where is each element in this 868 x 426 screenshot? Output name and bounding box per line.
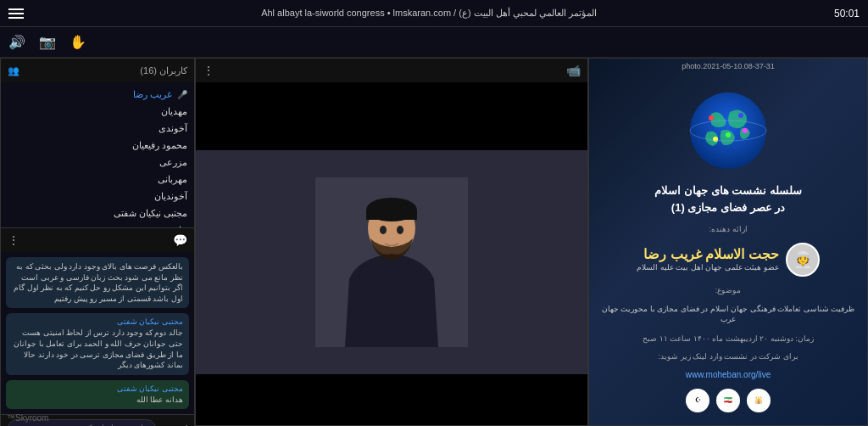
user-name: محمود رفیعیان [132,140,187,151]
mic-icon: 🎤 [177,90,187,99]
user-item[interactable]: مهربانی [1,171,194,188]
user-item[interactable]: آخوندی [1,120,194,137]
date-label: زمان: دوشنبه ۲۰ اردیبهشت ماه ۱۴۰۰ ساعت ۱… [643,334,814,343]
logos-row: 🕌 🇮🇷 ☪ [686,389,771,412]
topic-label-header: موضوع: [715,286,742,294]
logo-3: ☪ [686,389,709,412]
user-name: حاج حسنت. [142,225,187,228]
skyroom-label: Skyroom™ [7,413,48,423]
video-camera-icon: 📹 [566,64,581,77]
chat-header: 💬 ⋮ [1,228,194,252]
chat-bubble-3: مجتبی نیکیان شفتی هدانه عطا الله [6,380,189,410]
globe-container [669,88,787,173]
poster-title-line2: در عصر فضای مجازی (1) [654,199,801,216]
users-icon: 👥 [8,65,19,76]
user-item[interactable]: مهدیان [1,103,194,120]
speaker-avatar: 👳 [786,243,820,277]
chat-text-3: هدانه عطا الله [12,395,183,406]
chat-sender-2: مجتبی نیکیان شفتی [12,317,183,326]
chat-icon: 💬 [173,233,187,247]
url-label: www.moheban.org/live [686,370,771,379]
chat-section: 💬 ⋮ بالعکس فرصت های بالای وجود دارد ولی … [1,228,194,426]
right-panel: کاربران (16) 👥 🎤 غریب رضا مهدیان آخوندی … [0,58,195,426]
left-panel: photo.2021-05-10.08-37-31 ⋮ [588,58,868,426]
middle-panel: 📹 ⋮ [195,58,588,426]
poster-title-line1: سلسله نشست های جهان اسلام [654,182,801,199]
user-item[interactable]: مزرعی [1,154,194,171]
top-bar-title: Ahl albayt la-siworld congress • lmskara… [261,8,597,19]
svg-point-11 [380,226,387,234]
video-person [196,150,587,374]
svg-point-5 [743,128,748,133]
volume-icon[interactable]: 🔊 [8,34,25,50]
link-label: برای شرکت در نشست وارد لینک زیر شوید: [659,352,798,361]
user-item[interactable]: حاج حسنت. [1,221,194,227]
video-dots-icon[interactable]: ⋮ [203,64,214,77]
hamburger-icon[interactable] [8,8,24,19]
svg-point-2 [738,113,743,118]
video-black-top [196,82,587,150]
users-count: کاربران (16) [140,65,187,76]
users-header: کاربران (16) 👥 [1,59,194,82]
user-name: مزرعی [159,157,187,168]
user-name: غریب رضا [133,89,172,100]
users-section: کاربران (16) 👥 🎤 غریب رضا مهدیان آخوندی … [1,59,194,228]
chat-text-2: جالد دوم که وجود دارد ترس از لحاظ امنیتی… [12,328,183,370]
speaker-name: حجت الاسلام غریب رضا [637,246,779,262]
video-top-bar: 📹 ⋮ [196,59,587,82]
chat-bubble-2: مجتبی نیکیان شفتی جالد دوم که وجود دارد … [6,313,189,374]
svg-point-1 [709,115,714,121]
timer: 50:01 [834,8,860,20]
chat-bubble-1: بالعکس فرصت های بالای وجود دارد ولی بحثی… [6,257,189,308]
send-icon[interactable]: ◀ [178,422,187,426]
speaker-row: 👳 حجت الاسلام غریب رضا عضو هیئت علمی جها… [637,243,820,277]
user-item[interactable]: آخوندیان [1,188,194,205]
user-name: مهربانی [158,174,187,185]
chat-dots-icon[interactable]: ⋮ [8,233,19,247]
video-area [196,82,587,425]
chat-sender-3: مجتبی نیکیان شفتی [12,384,183,393]
svg-point-4 [713,137,718,142]
photo-label: photo.2021-05-10.08-37-31 [682,62,775,70]
topic-text: ظرفیت شناسی تعاملات فرهنگی جهان اسلام در… [598,304,859,325]
user-item[interactable]: 🎤 غریب رضا [1,86,194,103]
speaker-sub: عضو هیئت علمی جهان اهل بیت علیه السلام [637,262,779,273]
poster: سلسله نشست های جهان اسلام در عصر فضای مج… [589,59,867,425]
user-name: مهدیان [161,106,187,117]
video-black-bottom [196,374,587,425]
poster-title: سلسله نشست های جهان اسلام در عصر فضای مج… [654,182,801,216]
chat-text-1: بالعکس فرصت های بالای وجود دارد ولی بحثی… [12,261,183,304]
top-bar: 50:01 Ahl albayt la-siworld congress • l… [0,0,868,27]
camera-icon[interactable]: 📷 [39,34,56,50]
hamburger-button[interactable] [8,8,24,19]
top-bar-left: 50:01 [834,8,860,20]
user-name: آخوندی [159,123,187,134]
logo-2: 🇮🇷 [716,389,740,412]
chat-messages: بالعکس فرصت های بالای وجود دارد ولی بحثی… [1,252,194,414]
svg-point-12 [397,226,403,234]
user-name: آخوندیان [154,191,187,202]
user-item[interactable]: مجتبی نیکیان شفتی [1,205,194,221]
svg-point-3 [726,132,731,137]
user-item[interactable]: محمود رفیعیان [1,137,194,154]
presenter-label: ارائه دهنده: [709,225,748,233]
toolbar: 🔊 📷 ✋ [0,27,868,58]
hand-icon[interactable]: ✋ [70,34,86,50]
svg-rect-10 [366,210,417,220]
user-list: 🎤 غریب رضا مهدیان آخوندی محمود رفیعیان م… [1,82,194,227]
emoji-icon[interactable]: ☺ [161,422,173,426]
user-name: مجتبی نیکیان شفتی [114,208,187,219]
main-container: photo.2021-05-10.08-37-31 ⋮ [0,58,868,426]
logo-1: 🕌 [747,389,771,412]
